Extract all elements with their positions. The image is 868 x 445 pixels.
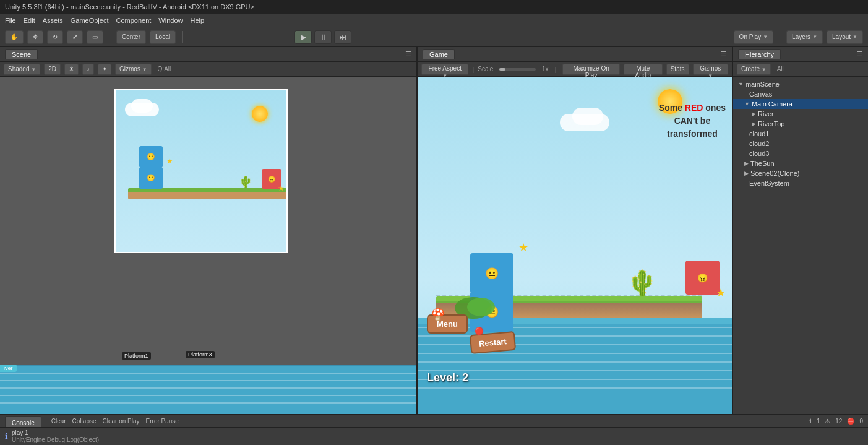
canvas-label: Canvas xyxy=(749,90,772,98)
console-tab[interactable]: Console xyxy=(5,416,41,427)
maximize-on-play-button[interactable]: Maximize On Play xyxy=(562,64,620,75)
playback-controls: ▶ ⏸ ⏭ xyxy=(189,30,457,44)
hierarchy-menu-icon[interactable]: ☰ xyxy=(857,50,863,58)
rotate-tool[interactable]: ↻ xyxy=(47,30,63,44)
hierarchy-river-top[interactable]: ▶ RiverTop xyxy=(733,119,868,129)
on-play-button[interactable]: On Play ▼ xyxy=(734,30,774,44)
stats-button[interactable]: Stats xyxy=(666,64,689,75)
rect-tool[interactable]: ▭ xyxy=(87,30,103,44)
menu-edit[interactable]: Edit xyxy=(24,17,35,24)
collapse-button[interactable]: Collapse xyxy=(72,418,97,425)
separator-1 xyxy=(110,31,110,43)
2d-button[interactable]: 2D xyxy=(44,64,61,75)
menu-window[interactable]: Window xyxy=(158,17,183,24)
separator-2 xyxy=(182,31,183,43)
hierarchy-canvas[interactable]: Canvas xyxy=(733,89,868,99)
platform3-label: Platform3 xyxy=(186,351,215,358)
cloud1-label: cloud1 xyxy=(749,130,769,137)
hierarchy-event-system[interactable]: EventSystem xyxy=(733,178,868,188)
main-scene-arrow: ▼ xyxy=(738,81,744,87)
game-text-overlay: Some RED ones CAN't be transformed xyxy=(659,102,726,140)
scene02-label: Scene02(Clone) xyxy=(750,170,800,177)
game-cactus: 🌵 xyxy=(627,269,658,298)
hierarchy-main-camera[interactable]: ▼ Main Camera xyxy=(733,99,868,109)
hierarchy-content: ▼ mainScene Canvas ▼ Main Camera ▶ River… xyxy=(733,77,868,414)
console-status: ℹ 1 ⚠ 12 ⛔ 0 xyxy=(809,418,863,425)
on-play-dropdown-arrow: ▼ xyxy=(763,34,768,40)
scene-panel: Scene ☰ Shaded ▼ 2D ☀ ♪ ✦ Gizmos ▼ Q:All xyxy=(0,47,418,414)
hierarchy-scene02-clone[interactable]: ▶ Scene02(Clone) xyxy=(733,168,868,178)
scale-track xyxy=(499,68,536,71)
river-label: iver xyxy=(0,365,17,372)
scene02-arrow: ▶ xyxy=(744,170,749,176)
cloud2-label: cloud2 xyxy=(749,140,769,147)
mute-audio-button[interactable]: Mute Audio xyxy=(624,64,663,75)
hierarchy-cloud3[interactable]: cloud3 xyxy=(733,149,868,158)
cloud3-label: cloud3 xyxy=(749,150,769,157)
menu-help[interactable]: Help xyxy=(190,17,204,24)
scene-menu-icon[interactable]: ☰ xyxy=(405,50,411,58)
error-pause-button[interactable]: Error Pause xyxy=(146,418,179,425)
gizmos-button[interactable]: Gizmos ▼ xyxy=(115,64,152,75)
menu-file[interactable]: File xyxy=(5,17,16,24)
menu-bar: File Edit Assets GameObject Component Wi… xyxy=(0,14,868,27)
river-label: River xyxy=(758,110,774,118)
play-button[interactable]: ▶ xyxy=(294,30,312,44)
move-tool[interactable]: ✥ xyxy=(27,30,43,44)
menu-component[interactable]: Component xyxy=(116,17,151,24)
menu-gameobject[interactable]: GameObject xyxy=(71,17,109,24)
console-panel: Console Clear Collapse Clear on Play Err… xyxy=(0,414,868,445)
hand-tool[interactable]: ✋ xyxy=(5,30,24,44)
main-camera-arrow: ▼ xyxy=(744,101,750,107)
separator-g1: | xyxy=(554,66,556,73)
center-button[interactable]: Center xyxy=(116,30,146,44)
console-tab-bar: Console Clear Collapse Clear on Play Err… xyxy=(0,415,868,428)
hierarchy-cloud1[interactable]: cloud1 xyxy=(733,129,868,139)
canvas-arrow xyxy=(744,91,747,97)
pause-button[interactable]: ⏸ xyxy=(314,30,332,44)
console-warning-count: 12 xyxy=(835,418,842,425)
scale-separator: | xyxy=(472,66,474,73)
main-camera-label: Main Camera xyxy=(752,100,793,108)
hierarchy-main-scene[interactable]: ▼ mainScene xyxy=(733,79,868,89)
hierarchy-tab[interactable]: Hierarchy xyxy=(738,49,781,59)
scene-char-2: 😐 xyxy=(139,146,163,168)
eventsystem-arrow xyxy=(744,180,747,186)
cloud2-arrow xyxy=(744,140,747,147)
menu-assets[interactable]: Assets xyxy=(43,17,63,24)
game-canvas: 😐 😐 ★ 🌵 😠 ★ Menu 🍄 Restart 🔴 Level: 2 xyxy=(418,77,732,414)
hierarchy-river[interactable]: ▶ River xyxy=(733,109,868,119)
game-gizmos-button[interactable]: Gizmos ▼ xyxy=(693,64,729,75)
layout-button[interactable]: Layout ▼ xyxy=(827,30,863,44)
hierarchy-cloud2[interactable]: cloud2 xyxy=(733,139,868,149)
layers-button[interactable]: Layers ▼ xyxy=(786,30,823,44)
scene-tab[interactable]: Scene xyxy=(5,49,38,59)
audio-toggle[interactable]: ♪ xyxy=(82,64,94,75)
overlay-some: Some xyxy=(659,103,685,113)
clear-on-play-button[interactable]: Clear on Play xyxy=(103,418,140,425)
game-star-1: ★ xyxy=(518,241,528,254)
shading-button[interactable]: Shaded ▼ xyxy=(4,64,40,75)
local-button[interactable]: Local xyxy=(150,30,176,44)
console-info-count: 1 xyxy=(817,418,820,425)
console-error-icon: ⛔ xyxy=(847,418,854,425)
scale-tool[interactable]: ⤢ xyxy=(67,30,83,44)
console-log-row-1: ℹ play 1 UnityEngine.Debug:Log(Object) xyxy=(5,430,863,443)
game-menu-icon[interactable]: ☰ xyxy=(721,50,727,58)
scale-label: Scale xyxy=(478,66,493,72)
console-error-count: 0 xyxy=(859,418,863,425)
scene-canvas: 🌵 😐 😐 ★ 😠 ★ Platform1 Platform3 iver xyxy=(0,77,416,414)
game-panel: Game ☰ Free Aspect ▼ | Scale 1x | Maximi… xyxy=(418,47,733,414)
overlay-ones: ones xyxy=(703,103,726,113)
fx-toggle[interactable]: ✦ xyxy=(98,64,111,75)
hierarchy-create-button[interactable]: Create ▼ xyxy=(737,64,771,75)
sun-arrow: ▶ xyxy=(744,160,749,166)
free-aspect-button[interactable]: Free Aspect ▼ xyxy=(421,64,468,75)
bush-2 xyxy=(467,298,495,316)
lighting-toggle[interactable]: ☀ xyxy=(64,64,79,75)
step-button[interactable]: ⏭ xyxy=(334,30,351,44)
clear-button[interactable]: Clear xyxy=(51,418,66,425)
cloud3-arrow xyxy=(744,150,747,157)
game-tab[interactable]: Game xyxy=(423,49,455,59)
hierarchy-the-sun[interactable]: ▶ TheSun xyxy=(733,158,868,168)
